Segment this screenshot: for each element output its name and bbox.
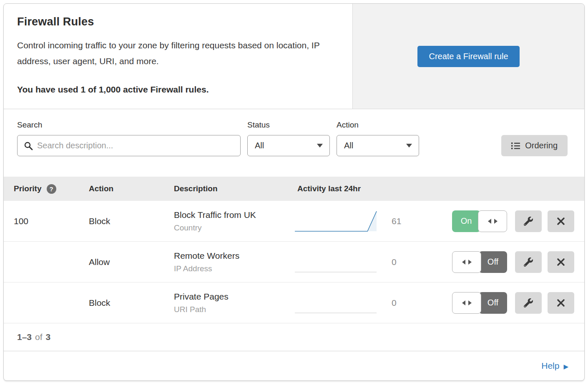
ordering-wrap: Ordering — [501, 120, 568, 177]
chevron-down-icon — [406, 144, 412, 148]
delete-rule-button[interactable] — [548, 210, 574, 232]
arrow-right-icon — [468, 260, 472, 265]
action-value: Block — [89, 216, 174, 226]
footer-bar: Help ▶ — [4, 351, 584, 380]
table-header: Priority ? Action Description Activity l… — [4, 177, 584, 201]
table-row: Allow Remote Workers IP Address 0 Off — [4, 242, 584, 282]
toggle-knob[interactable] — [478, 210, 507, 232]
priority-value: 100 — [14, 216, 89, 226]
close-icon — [557, 258, 565, 266]
action-selected-value: All — [344, 141, 353, 150]
description-cell: Remote Workers IP Address — [174, 251, 293, 273]
search-icon — [24, 141, 33, 151]
action-value: Block — [89, 298, 174, 308]
column-header-description: Description — [174, 184, 293, 193]
ordering-button[interactable]: Ordering — [501, 135, 568, 156]
activity-count: 61 — [392, 216, 407, 226]
rule-enabled-toggle[interactable]: On — [452, 210, 509, 232]
rule-match-type: IP Address — [174, 264, 293, 273]
row-controls: Off — [422, 251, 574, 273]
action-value: Allow — [89, 257, 174, 267]
edit-rule-button[interactable] — [515, 210, 542, 232]
delete-rule-button[interactable] — [548, 251, 574, 273]
pagination-bar: 1–3 of 3 — [4, 323, 584, 351]
help-label: Help — [541, 361, 559, 371]
edit-rule-button[interactable] — [515, 251, 542, 273]
column-header-action: Action — [89, 184, 174, 193]
rule-description: Remote Workers — [174, 251, 293, 261]
column-header-priority: Priority ? — [14, 184, 89, 194]
edit-rule-button[interactable] — [515, 292, 542, 314]
action-select[interactable]: All — [337, 135, 419, 156]
firewall-rules-panel: Firewall Rules Control incoming traffic … — [3, 3, 585, 381]
activity-sparkline — [294, 291, 378, 315]
page-description: Control incoming traffic to your zone by… — [17, 38, 329, 69]
filter-bar: Search Status All Action All — [4, 109, 584, 177]
close-icon — [557, 299, 565, 307]
action-filter: Action All — [337, 120, 419, 177]
activity-count: 0 — [392, 298, 407, 308]
toggle-state-label: Off — [479, 292, 507, 314]
arrow-left-icon — [462, 260, 465, 265]
arrow-left-icon — [488, 219, 491, 224]
delete-rule-button[interactable] — [548, 292, 574, 314]
rule-match-type: Country — [174, 223, 293, 232]
pagination-range: 1–3 — [17, 332, 32, 342]
arrow-left-icon — [462, 300, 465, 305]
row-controls: On — [422, 210, 574, 232]
table-row: 100 Block Block Traffic from UK Country … — [4, 201, 584, 242]
activity-cell: 0 — [293, 250, 422, 274]
search-label: Search — [17, 120, 241, 130]
status-selected-value: All — [255, 141, 264, 150]
list-icon — [511, 142, 520, 150]
column-header-activity: Activity last 24hr — [293, 184, 422, 193]
intro-text-block: Firewall Rules Control incoming traffic … — [4, 4, 352, 109]
search-filter: Search — [17, 120, 241, 177]
activity-sparkline — [294, 209, 378, 233]
activity-count: 0 — [392, 257, 407, 267]
pagination-total: 3 — [46, 332, 51, 342]
arrow-right-icon — [468, 300, 472, 305]
help-link[interactable]: Help ▶ — [541, 361, 568, 371]
activity-cell: 61 — [293, 209, 422, 233]
toggle-state-label: On — [452, 210, 480, 232]
toggle-knob[interactable] — [452, 292, 481, 314]
pagination-of: of — [35, 332, 43, 342]
status-filter: Status All — [247, 120, 330, 177]
rule-description: Private Pages — [174, 292, 293, 302]
status-select[interactable]: All — [247, 135, 330, 156]
priority-help-icon[interactable]: ? — [47, 184, 56, 194]
usage-summary: You have used 1 of 1,000 active Firewall… — [17, 85, 329, 95]
toggle-state-label: Off — [479, 251, 507, 273]
rule-enabled-toggle[interactable]: Off — [452, 251, 509, 273]
create-rule-area: Create a Firewall rule — [352, 4, 584, 109]
description-cell: Private Pages URI Path — [174, 292, 293, 314]
close-icon — [557, 217, 565, 225]
description-cell: Block Traffic from UK Country — [174, 210, 293, 232]
create-firewall-rule-button[interactable]: Create a Firewall rule — [417, 46, 519, 67]
intro-section: Firewall Rules Control incoming traffic … — [4, 4, 584, 109]
activity-sparkline — [294, 250, 378, 274]
wrench-icon — [524, 298, 533, 308]
activity-cell: 0 — [293, 291, 422, 315]
ordering-label: Ordering — [525, 141, 558, 150]
row-controls: Off — [422, 292, 574, 314]
wrench-icon — [524, 258, 533, 267]
search-box — [17, 135, 241, 156]
help-arrow-icon: ▶ — [563, 362, 568, 370]
toggle-knob[interactable] — [452, 251, 481, 273]
chevron-down-icon — [317, 144, 323, 148]
status-label: Status — [247, 120, 330, 130]
action-label: Action — [337, 120, 419, 130]
rule-description: Block Traffic from UK — [174, 210, 293, 220]
rule-match-type: URI Path — [174, 305, 293, 314]
table-row: Block Private Pages URI Path 0 Off — [4, 282, 584, 323]
page-title: Firewall Rules — [17, 15, 329, 28]
wrench-icon — [524, 217, 533, 226]
rule-enabled-toggle[interactable]: Off — [452, 292, 509, 314]
arrow-right-icon — [494, 219, 498, 224]
search-input[interactable] — [18, 135, 240, 156]
